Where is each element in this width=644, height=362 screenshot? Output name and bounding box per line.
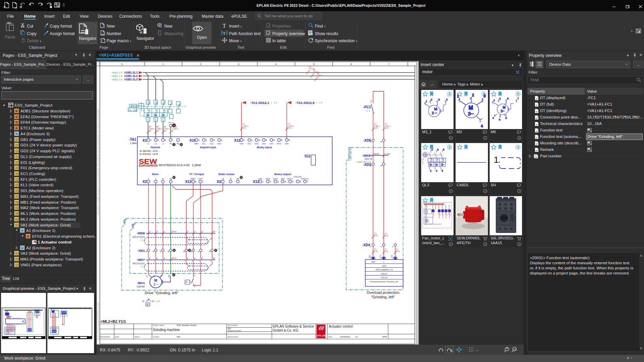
svg-text:DI01: DI01 [247,143,251,145]
svg-text:Binary inputs: Binary inputs [257,146,272,149]
svg-text:4: 4 [187,257,188,259]
svg-text:1: 1 [150,231,151,233]
svg-text:9: 9 [289,139,290,141]
svg-text:I>: I> [163,114,164,116]
svg-text:4: 4 [492,116,494,120]
svg-text:2,5: 2,5 [157,130,159,132]
svg-text:2: 2 [270,180,271,183]
svg-text:DI02: DI02 [255,143,259,145]
svg-text:2: 2 [499,97,501,100]
svg-text:-TA1: -TA1 [129,138,136,141]
svg-text:3 ~: 3 ~ [432,111,437,115]
svg-text:0,75: 0,75 [385,235,388,237]
svg-text:7: 7 [307,180,308,183]
svg-text:3 ~: 3 ~ [153,283,158,286]
svg-text:X1: X1 [142,138,147,142]
svg-text:100: 100 [513,348,516,350]
svg-text:0,75: 0,75 [374,235,378,237]
svg-text:-R: -R [230,178,232,180]
svg-text:0,75: 0,75 [288,127,291,129]
svg-text:4: 4 [275,63,277,66]
svg-text:SPM: SPM [382,336,387,338]
svg-text:5/L3: 5/L3 [162,100,164,104]
svg-text:-MA1: -MA1 [137,281,145,285]
svg-text:4G2,5+(2x1): 4G2,5+(2x1) [133,262,145,265]
svg-text:DO01-C: DO01-C [287,178,293,180]
svg-text:W: W [162,178,164,180]
svg-text:30: 30 [370,164,372,167]
svg-text:2: 2 [158,139,159,141]
svg-text:X2: X2 [142,179,147,184]
svg-text:Overload protection "Grinding: Overload protection "Grinding, left" [370,281,399,283]
svg-text:I>: I> [436,164,438,166]
svg-text:-W81:4: -W81:4 [168,122,174,124]
svg-text:1: 1 [243,139,245,141]
svg-text:Name: Name [135,336,140,338]
svg-text:2: 2 [157,257,158,259]
svg-text:MC07B0015-5A3-4-00: MC07B0015-5A3-4-00 [159,163,189,167]
svg-text:1: 1 [198,139,200,141]
svg-text:ePLAN: ePLAN [317,334,326,337]
svg-text:1,5kW: 1,5kW [130,142,137,144]
svg-text:32: 32 [380,164,382,167]
svg-text:2.5: 2.5 [379,255,381,258]
svg-text:1: 1 [431,148,433,151]
svg-text:10...16A: 10...16A [128,109,137,111]
svg-text:DO01-ND: DO01-ND [294,176,302,178]
svg-text:12: 12 [152,250,154,252]
svg-text:"Grinding, left": "Grinding, left" [371,295,395,299]
svg-text:0,75: 0,75 [374,250,378,252]
svg-text:3~: 3~ [468,111,474,116]
svg-text:4G2,5+(2x1): 4G2,5+(2x1) [133,236,145,238]
svg-text:3: 3 [507,97,509,100]
svg-text:SH: SH [213,231,216,233]
svg-text:9: 9 [392,246,394,247]
svg-text:-TA1-XD12.1: -TA1-XD12.1 [250,101,270,105]
svg-text:M: M [469,105,473,111]
svg-text:M: M [154,279,157,282]
svg-text:3x 500VAC +10%: 3x 500VAC +10% [139,153,158,155]
svg-text:=GB1-2L1: =GB1-2L1 [124,71,138,74]
svg-text:Actuator control: Actuator control [329,325,353,328]
svg-text:-TA1-XD12.9: -TA1-XD12.9 [296,101,315,105]
svg-text:3/L2: 3/L2 [155,100,157,104]
svg-text:5: 5 [499,118,501,121]
svg-text:3: 3 [164,257,165,259]
svg-text:Grinding machine: Grinding machine [153,328,180,332]
svg-text:11: 11 [145,251,147,252]
svg-text:=MA2/ 1.9: =MA2/ 1.9 [111,78,122,81]
svg-text:AI12: AI12 [210,143,214,145]
svg-text:DO02: DO02 [265,178,270,180]
svg-text:8: 8 [281,139,282,141]
svg-text:1.9: 1.9 [274,101,277,104]
svg-text:-: - [395,261,396,263]
svg-text:7: 7 [517,97,519,100]
svg-text:EURODRIVE: EURODRIVE [139,164,158,167]
svg-text:%IX3.3: %IX3.3 [381,273,387,275]
svg-text:0,75: 0,75 [396,250,400,252]
svg-text:3: 3 [164,231,165,233]
svg-text:11: 11 [193,274,195,277]
svg-text:1N4: 1N4 [371,261,375,263]
svg-text:18: 18 [209,250,211,252]
svg-text:1: 1 [13,22,14,26]
svg-text:T: T [223,31,226,35]
svg-text:5: 5 [195,231,196,233]
svg-text:T: T [223,22,226,28]
svg-text:25: 25 [380,141,382,143]
svg-text:W1: W1 [160,274,162,277]
svg-text:VOTF: VOTF [198,178,202,180]
svg-text:Brake resistor: Brake resistor [218,173,234,175]
svg-text:5: 5 [195,257,196,259]
svg-text:L2: L2 [155,143,157,145]
svg-text:5: 5 [313,63,315,66]
svg-text:DI00: DI00 [240,143,243,145]
svg-text:4/T2: 4/T2 [155,118,157,122]
svg-text:3: 3 [437,148,439,151]
svg-text:+R: +R [222,178,224,180]
svg-text:3: 3 [165,139,166,141]
svg-text:GYBK: GYBK [385,153,390,155]
svg-text:2/T1: 2/T1 [147,118,149,122]
svg-text:9: 9 [380,246,382,247]
svg-text:14: 14 [167,250,169,252]
